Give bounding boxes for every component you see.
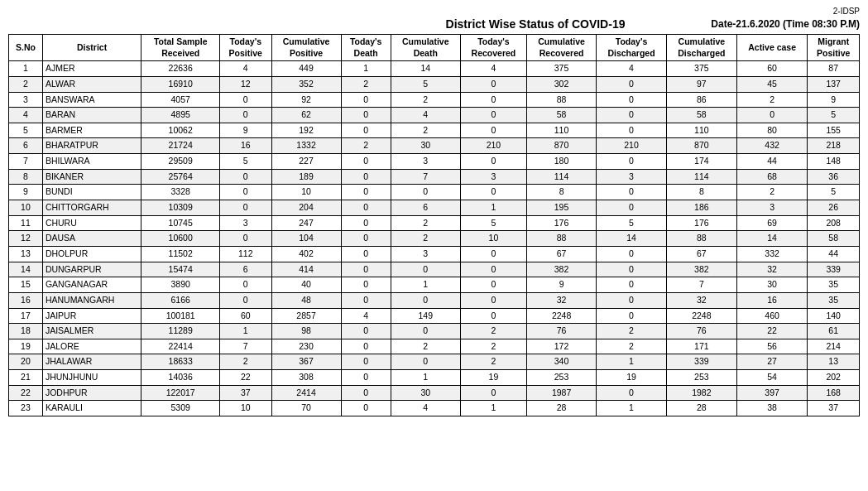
table-cell: 0 bbox=[460, 92, 526, 108]
table-cell: KARAULI bbox=[42, 401, 141, 416]
table-cell: 382 bbox=[666, 262, 736, 277]
table-cell: 4895 bbox=[141, 108, 220, 123]
table-cell: BUNDI bbox=[42, 185, 141, 200]
table-cell: 17 bbox=[9, 308, 43, 324]
table-cell: 0 bbox=[597, 246, 667, 262]
header-row: District Wise Status of COVID-19 Date-21… bbox=[8, 17, 860, 31]
table-cell: 1987 bbox=[527, 385, 597, 401]
table-cell: BARAN bbox=[42, 108, 141, 123]
table-row: 4BARAN48950620405805805 bbox=[9, 108, 860, 123]
table-cell: 0 bbox=[460, 108, 526, 123]
table-cell: 58 bbox=[527, 108, 597, 123]
col-migrant-positive: MigrantPositive bbox=[808, 35, 860, 61]
table-cell: 208 bbox=[808, 215, 860, 231]
table-cell: 0 bbox=[341, 185, 391, 200]
table-cell: 8 bbox=[9, 169, 43, 185]
table-cell: 449 bbox=[271, 61, 341, 77]
table-cell: 22 bbox=[220, 370, 272, 386]
table-cell: 7 bbox=[220, 339, 272, 354]
table-cell: 2 bbox=[341, 138, 391, 154]
col-todays-death: Today'sDeath bbox=[341, 35, 391, 61]
table-cell: 0 bbox=[597, 123, 667, 138]
table-cell: 227 bbox=[271, 154, 341, 170]
table-cell: 0 bbox=[341, 277, 391, 293]
table-cell: 172 bbox=[527, 339, 597, 354]
table-cell: 0 bbox=[341, 123, 391, 138]
table-cell: 110 bbox=[666, 123, 736, 138]
table-row: 23KARAULI53091070041281283837 bbox=[9, 401, 860, 416]
table-header-row: S.No District Total SampleReceived Today… bbox=[9, 35, 860, 61]
table-cell: 5 bbox=[808, 185, 860, 200]
table-cell: 44 bbox=[736, 154, 808, 170]
table-cell: GANGANAGAR bbox=[42, 277, 141, 293]
table-cell: 86 bbox=[666, 92, 736, 108]
table-cell: 30 bbox=[736, 277, 808, 293]
table-cell: 352 bbox=[271, 76, 341, 92]
table-cell: 5 bbox=[391, 76, 460, 92]
table-cell: 3 bbox=[391, 154, 460, 170]
table-row: 3BANSWARA40570920208808629 bbox=[9, 92, 860, 108]
table-cell: 19 bbox=[460, 370, 526, 386]
table-cell: 0 bbox=[341, 108, 391, 123]
table-row: 22JODHPUR1220173724140300198701982397168 bbox=[9, 385, 860, 401]
table-cell: 0 bbox=[391, 185, 460, 200]
table-cell: 37 bbox=[220, 385, 272, 401]
table-cell: 76 bbox=[527, 324, 597, 339]
table-cell: 88 bbox=[527, 231, 597, 247]
table-cell: 210 bbox=[597, 138, 667, 154]
table-cell: 0 bbox=[341, 169, 391, 185]
table-cell: 18633 bbox=[141, 354, 220, 370]
col-cumulative-discharged: CumulativeDischarged bbox=[666, 35, 736, 61]
table-cell: 1 bbox=[597, 401, 667, 416]
table-cell: 13 bbox=[808, 354, 860, 370]
table-cell: JHUNJHUNU bbox=[42, 370, 141, 386]
col-cumulative-recovered: CumulativeRecovered bbox=[527, 35, 597, 61]
table-cell: 9 bbox=[808, 92, 860, 108]
table-cell: 1332 bbox=[271, 138, 341, 154]
table-cell: 114 bbox=[527, 169, 597, 185]
table-cell: 45 bbox=[736, 76, 808, 92]
table-cell: 16 bbox=[220, 138, 272, 154]
table-cell: 35 bbox=[808, 292, 860, 308]
table-cell: JALORE bbox=[42, 339, 141, 354]
table-cell: 0 bbox=[460, 246, 526, 262]
table-cell: 14 bbox=[736, 231, 808, 247]
table-cell: 104 bbox=[271, 231, 341, 247]
table-cell: 247 bbox=[271, 215, 341, 231]
table-cell: 2 bbox=[460, 324, 526, 339]
table-row: 5BARMER100629192020110011080155 bbox=[9, 123, 860, 138]
table-cell: 8 bbox=[527, 185, 597, 200]
table-cell: 32 bbox=[736, 262, 808, 277]
table-cell: 210 bbox=[460, 138, 526, 154]
table-cell: 114 bbox=[666, 169, 736, 185]
table-cell: 1 bbox=[341, 61, 391, 77]
table-cell: 375 bbox=[666, 61, 736, 77]
table-cell: 58 bbox=[666, 108, 736, 123]
col-sno: S.No bbox=[9, 35, 43, 61]
table-cell: 0 bbox=[460, 262, 526, 277]
table-cell: 6 bbox=[220, 262, 272, 277]
table-cell: 4 bbox=[391, 108, 460, 123]
table-cell: 189 bbox=[271, 169, 341, 185]
table-cell: 10 bbox=[271, 185, 341, 200]
table-cell: 0 bbox=[597, 154, 667, 170]
col-total-sample: Total SampleReceived bbox=[141, 35, 220, 61]
table-cell: 340 bbox=[527, 354, 597, 370]
table-cell: 5 bbox=[597, 215, 667, 231]
table-cell: 332 bbox=[736, 246, 808, 262]
table-cell: 15 bbox=[9, 277, 43, 293]
table-cell: 2 bbox=[220, 354, 272, 370]
table-cell: 0 bbox=[391, 292, 460, 308]
table-cell: 7 bbox=[9, 154, 43, 170]
table-cell: 870 bbox=[666, 138, 736, 154]
table-cell: 10309 bbox=[141, 200, 220, 216]
table-cell: 2414 bbox=[271, 385, 341, 401]
table-cell: 4 bbox=[391, 401, 460, 416]
table-row: 7BHILWARA295095227030180017444148 bbox=[9, 154, 860, 170]
table-cell: 38 bbox=[736, 401, 808, 416]
table-cell: 0 bbox=[341, 385, 391, 401]
table-row: 18JAISALMER11289198002762762261 bbox=[9, 324, 860, 339]
table-cell: 37 bbox=[808, 401, 860, 416]
table-row: 6BHARATPUR217241613322302108702108704322… bbox=[9, 138, 860, 154]
table-cell: 0 bbox=[341, 200, 391, 216]
